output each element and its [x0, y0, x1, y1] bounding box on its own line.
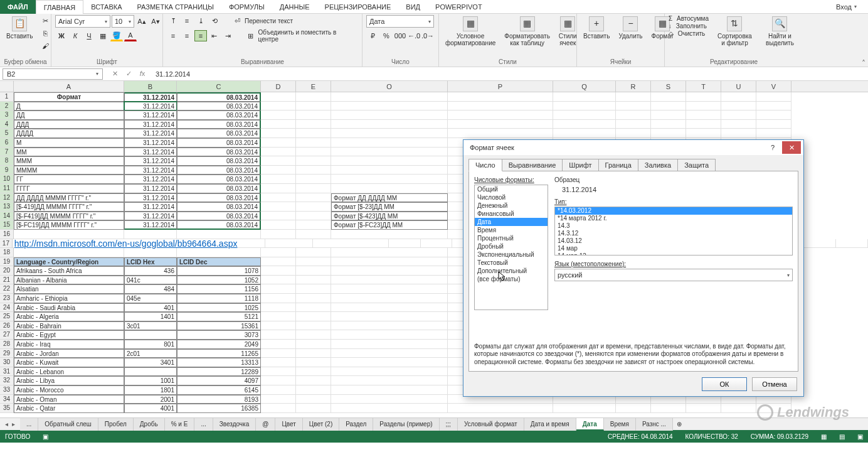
cell[interactable]: 08.03.2014	[177, 166, 261, 175]
cell[interactable]: ГГ	[14, 175, 124, 184]
cell[interactable]	[756, 92, 791, 102]
cell[interactable]: М	[14, 138, 124, 148]
login-link[interactable]: Вход▾	[825, 3, 868, 11]
cell[interactable]	[296, 340, 331, 349]
cell[interactable]: 4001	[124, 404, 177, 413]
cell[interactable]	[686, 110, 721, 120]
align-bottom-icon[interactable]: ⤓	[194, 15, 207, 26]
list-item[interactable]: Финансовый	[475, 210, 548, 218]
cell[interactable]: 31.12.2014	[124, 138, 177, 148]
cell[interactable]	[261, 248, 296, 257]
cell[interactable]	[261, 385, 296, 395]
cell[interactable]: 08.03.2014	[177, 102, 261, 111]
cell[interactable]: 3401	[124, 358, 177, 367]
select-all-corner[interactable]	[0, 81, 14, 92]
cell[interactable]	[721, 120, 756, 129]
cell[interactable]: 6145	[177, 385, 261, 395]
ribbon-tab-powerpivot[interactable]: POWERPIVOT	[428, 0, 490, 14]
cell[interactable]: 31.12.2014	[124, 193, 177, 203]
cell[interactable]: 31.12.2014	[124, 102, 177, 111]
cell[interactable]	[686, 404, 721, 413]
cell[interactable]: 8193	[177, 395, 261, 404]
cell[interactable]: 3073	[177, 330, 261, 340]
cell[interactable]	[261, 358, 296, 367]
macro-record-icon[interactable]: ▣	[43, 433, 48, 440]
align-left-icon[interactable]: ≡	[167, 30, 179, 41]
row-header[interactable]: 35	[0, 404, 14, 413]
row-header[interactable]: 23	[0, 294, 14, 303]
cell[interactable]	[804, 239, 836, 249]
cell[interactable]: Language - Country/Region	[14, 257, 124, 267]
cell[interactable]	[296, 266, 331, 276]
sheet-tab[interactable]: ...	[194, 418, 213, 431]
dialog-tab[interactable]: Шрифт	[562, 159, 598, 171]
cell[interactable]: 1156	[177, 284, 261, 294]
cell[interactable]	[261, 376, 296, 385]
cell[interactable]	[261, 175, 296, 184]
fill-button[interactable]: ↓ Заполнить	[669, 23, 709, 30]
row-header[interactable]: 13	[0, 202, 14, 212]
column-header[interactable]: E	[296, 81, 331, 92]
formula-input[interactable]: 31.12.2014	[152, 70, 868, 78]
sheet-tab[interactable]: Звездочка	[213, 418, 257, 431]
row-header[interactable]: 7	[0, 148, 14, 157]
cell[interactable]	[331, 248, 448, 257]
row-header[interactable]: 15	[0, 220, 14, 230]
cell[interactable]	[616, 110, 651, 120]
cell[interactable]	[296, 202, 331, 212]
cell[interactable]: Д	[14, 102, 124, 111]
cell[interactable]	[331, 385, 448, 395]
cell[interactable]: 08.03.2014	[177, 220, 261, 230]
cell[interactable]	[296, 110, 331, 120]
list-item[interactable]: 14.03.12	[555, 237, 792, 245]
italic-button[interactable]: К	[69, 30, 82, 41]
sheet-tab[interactable]: Условный формат	[458, 418, 524, 431]
cell[interactable]	[331, 367, 448, 377]
sheet-tab[interactable]: Дробь	[134, 418, 165, 431]
cell[interactable]: Формат [$-FC23]ДД ММ	[331, 220, 448, 230]
cell[interactable]: ДД ДДДД ММММ ГГГГ" г."	[14, 193, 124, 203]
cell[interactable]	[296, 184, 331, 193]
cell[interactable]: 15361	[177, 321, 261, 331]
cell[interactable]: Arabic - Kuwait	[14, 358, 124, 367]
sheet-tab[interactable]: Дата	[576, 418, 604, 431]
cell[interactable]: 1052	[177, 276, 261, 285]
cell[interactable]	[651, 102, 686, 111]
row-header[interactable]: 28	[0, 340, 14, 349]
cell[interactable]	[721, 404, 756, 413]
cell[interactable]	[261, 257, 296, 267]
sheet-tab[interactable]: ...	[20, 418, 38, 431]
cell[interactable]	[261, 330, 296, 340]
cell[interactable]	[124, 330, 177, 340]
list-item[interactable]: (все форматы)	[475, 275, 548, 283]
font-color-icon[interactable]: A	[124, 30, 137, 41]
cell[interactable]: 2c01	[124, 349, 177, 358]
cell[interactable]	[296, 166, 331, 175]
cell[interactable]: 08.03.2014	[177, 129, 261, 138]
new-sheet-icon[interactable]: ⊕	[673, 421, 685, 428]
list-item[interactable]: Денежный	[475, 202, 548, 210]
merge-button[interactable]: ⊞	[245, 30, 257, 41]
cell[interactable]: 08.03.2014	[177, 212, 261, 221]
cell[interactable]	[616, 92, 651, 102]
column-header[interactable]: P	[448, 81, 553, 92]
ribbon-tab-формулы[interactable]: ФОРМУЛЫ	[221, 0, 272, 14]
row-header[interactable]: 26	[0, 321, 14, 331]
cell[interactable]: 08.03.2014	[177, 92, 261, 102]
cell[interactable]	[296, 404, 331, 413]
cell[interactable]	[331, 120, 448, 129]
cell[interactable]: Arabic - Lebanon	[14, 367, 124, 377]
row-header[interactable]: 31	[0, 367, 14, 377]
collapse-ribbon-icon[interactable]: ˄	[862, 59, 865, 68]
cell[interactable]	[261, 340, 296, 349]
cell[interactable]: 801	[124, 340, 177, 349]
cell[interactable]	[331, 358, 448, 367]
cell[interactable]	[448, 110, 553, 120]
cell[interactable]: Arabic - Oman	[14, 395, 124, 404]
ribbon-tab-вставка[interactable]: ВСТАВКА	[83, 0, 129, 14]
cell[interactable]: [$-F419]ДД ММММ ГГГГ" г."	[14, 212, 124, 221]
cell[interactable]: 31.12.2014	[124, 120, 177, 129]
cell[interactable]	[331, 138, 448, 148]
row-header[interactable]: 20	[0, 266, 14, 276]
cell[interactable]: 2049	[177, 340, 261, 349]
